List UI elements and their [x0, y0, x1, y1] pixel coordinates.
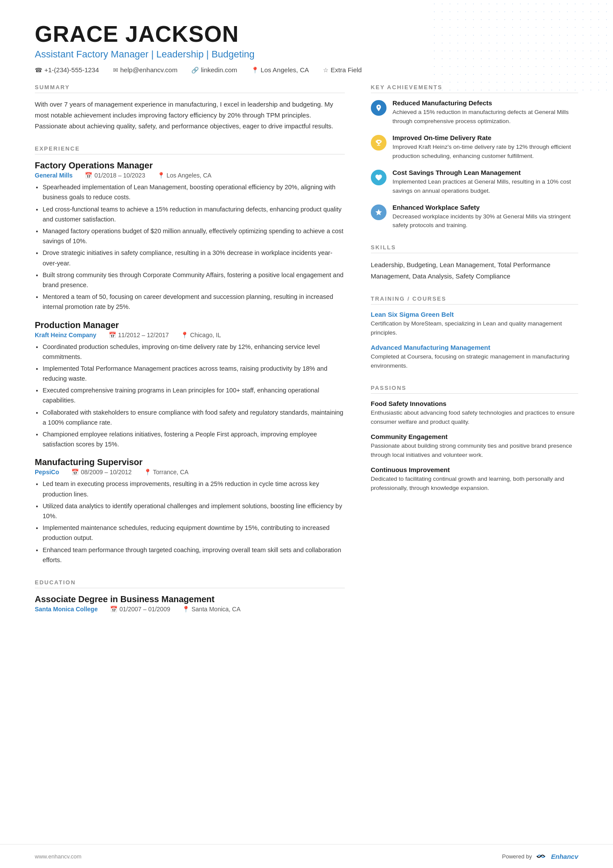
passion-3-desc: Dedicated to facilitating continual grow…	[371, 475, 578, 493]
training-2-desc: Completed at Coursera, focusing on strat…	[371, 352, 578, 371]
training-2-title: Advanced Manufacturing Management	[371, 344, 578, 351]
passion-3-title: Continuous Improvement	[371, 466, 578, 473]
job-2-dates: 📅 11/2012 – 12/2017	[109, 332, 169, 338]
training-1-desc: Certification by MoreSteam, specializing…	[371, 319, 578, 338]
job-3-bullets: Led team in executing process improvemen…	[43, 479, 345, 565]
achievement-4-desc: Decreased workplace incidents by 30% at …	[393, 212, 578, 231]
training-section: TRAINING / COURSES Lean Six Sigma Green …	[371, 295, 578, 371]
footer: www.enhancv.com Powered by Enhancv	[0, 844, 613, 868]
job-1-dates: 📅 01/2018 – 10/2023	[85, 172, 145, 179]
candidate-title: Assistant Factory Manager | Leadership |…	[35, 49, 578, 60]
achievement-icon-3	[371, 170, 386, 185]
list-item: Executed comprehensive training programs…	[43, 385, 345, 406]
candidate-name: GRACE JACKSON	[35, 21, 578, 47]
passion-2-title: Community Engagement	[371, 433, 578, 440]
calendar-icon-1: 📅	[85, 172, 92, 179]
achievement-4-content: Enhanced Workplace Safety Decreased work…	[393, 204, 578, 231]
contact-email: ✉ help@enhancv.com	[113, 66, 178, 74]
achievement-icon-4	[371, 204, 386, 220]
experience-section: EXPERIENCE Factory Operations Manager Ge…	[35, 145, 345, 565]
skills-section: SKILLS Leadership, Budgeting, Lean Manag…	[371, 244, 578, 282]
location-icon: 📍	[251, 67, 259, 74]
list-item: Spearheaded implementation of Lean Manag…	[43, 182, 345, 202]
passions-section-title: PASSIONS	[371, 385, 578, 394]
edu-dates: 📅 01/2007 – 01/2009	[110, 606, 170, 613]
experience-section-title: EXPERIENCE	[35, 145, 345, 154]
calendar-icon-2: 📅	[109, 332, 116, 338]
edu-school: Santa Monica College	[35, 606, 98, 613]
contact-phone: ☎ +1-(234)-555-1234	[35, 66, 99, 74]
summary-section-title: SUMMARY	[35, 84, 345, 93]
list-item: Drove strategic initiatives in safety co…	[43, 248, 345, 268]
training-1: Lean Six Sigma Green Belt Certification …	[371, 311, 578, 338]
list-item: Led team in executing process improvemen…	[43, 479, 345, 499]
powered-by-text: Powered by	[502, 853, 532, 860]
job-3-dates: 📅 08/2009 – 10/2012	[71, 469, 132, 476]
training-1-title: Lean Six Sigma Green Belt	[371, 311, 578, 318]
job-1-location: 📍 Los Angeles, CA	[157, 172, 212, 179]
achievement-4-title: Enhanced Workplace Safety	[393, 204, 578, 211]
edu-location: 📍 Santa Monica, CA	[182, 606, 240, 613]
achievement-3-title: Cost Savings Through Lean Management	[393, 169, 578, 176]
contact-extra: ☆ Extra Field	[323, 66, 362, 74]
email-icon: ✉	[113, 67, 118, 74]
education-section: EDUCATION Associate Degree in Business M…	[35, 579, 345, 613]
link-icon: 🔗	[191, 67, 199, 74]
job-3-meta: PepsiCo 📅 08/2009 – 10/2012 📍 Torrance, …	[35, 469, 345, 476]
passion-1: Food Safety Innovations Enthusiastic abo…	[371, 400, 578, 427]
achievement-4: Enhanced Workplace Safety Decreased work…	[371, 204, 578, 231]
pin-icon-2: 📍	[181, 332, 188, 338]
job-2-title: Production Manager	[35, 320, 345, 330]
list-item: Managed factory operations budget of $20…	[43, 226, 345, 246]
list-item: Implemented Total Performance Management…	[43, 364, 345, 384]
achievement-3-content: Cost Savings Through Lean Management Imp…	[393, 169, 578, 196]
calendar-icon-3: 📅	[71, 469, 79, 476]
edu-item-1: Associate Degree in Business Management …	[35, 594, 345, 613]
star-contact-icon: ☆	[323, 67, 329, 74]
job-2: Production Manager Kraft Heinz Company 📅…	[35, 320, 345, 450]
achievement-1-desc: Achieved a 15% reduction in manufacturin…	[393, 108, 578, 126]
achievement-1: Reduced Manufacturing Defects Achieved a…	[371, 99, 578, 126]
enhancv-brand-name: Enhancv	[551, 853, 578, 860]
achievements-section-title: KEY ACHIEVEMENTS	[371, 84, 578, 93]
passion-2-desc: Passionate about building strong communi…	[371, 442, 578, 460]
job-1-company: General Mills	[35, 172, 73, 179]
job-2-location: 📍 Chicago, IL	[181, 332, 221, 338]
summary-text: With over 7 years of management experien…	[35, 99, 345, 131]
skills-section-title: SKILLS	[371, 244, 578, 253]
job-3-company: PepsiCo	[35, 469, 59, 476]
skills-text: Leadership, Budgeting, Lean Management, …	[371, 259, 578, 282]
edu-degree: Associate Degree in Business Management	[35, 594, 345, 604]
pin-icon-1: 📍	[157, 172, 165, 179]
job-3: Manufacturing Supervisor PepsiCo 📅 08/20…	[35, 457, 345, 565]
training-section-title: TRAINING / COURSES	[371, 295, 578, 305]
header: GRACE JACKSON Assistant Factory Manager …	[0, 0, 613, 84]
achievement-1-title: Reduced Manufacturing Defects	[393, 99, 578, 107]
achievement-1-content: Reduced Manufacturing Defects Achieved a…	[393, 99, 578, 126]
passion-1-desc: Enthusiastic about advancing food safety…	[371, 409, 578, 427]
passion-1-title: Food Safety Innovations	[371, 400, 578, 407]
list-item: Championed employee relations initiative…	[43, 429, 345, 449]
achievements-section: KEY ACHIEVEMENTS Reduced Manufacturing D…	[371, 84, 578, 230]
list-item: Enhanced team performance through target…	[43, 545, 345, 565]
passion-2: Community Engagement Passionate about bu…	[371, 433, 578, 460]
summary-section: SUMMARY With over 7 years of management …	[35, 84, 345, 131]
contact-linkedin: 🔗 linkedin.com	[191, 66, 237, 74]
job-2-meta: Kraft Heinz Company 📅 11/2012 – 12/2017 …	[35, 332, 345, 338]
main-content: SUMMARY With over 7 years of management …	[0, 84, 613, 844]
right-column: KEY ACHIEVEMENTS Reduced Manufacturing D…	[371, 84, 578, 818]
passions-section: PASSIONS Food Safety Innovations Enthusi…	[371, 385, 578, 493]
list-item: Led cross-functional teams to achieve a …	[43, 204, 345, 225]
achievement-3: Cost Savings Through Lean Management Imp…	[371, 169, 578, 196]
footer-brand: Powered by Enhancv	[502, 852, 578, 860]
achievement-icon-2	[371, 135, 386, 151]
achievement-2-title: Improved On-time Delivery Rate	[393, 134, 578, 141]
achievement-2-content: Improved On-time Delivery Rate Improved …	[393, 134, 578, 161]
job-2-bullets: Coordinated production schedules, improv…	[43, 342, 345, 450]
resume-page: GRACE JACKSON Assistant Factory Manager …	[0, 0, 613, 868]
pin-icon-edu: 📍	[182, 606, 190, 613]
footer-website: www.enhancv.com	[35, 853, 81, 860]
achievement-icon-1	[371, 100, 386, 116]
list-item: Built strong community ties through Corp…	[43, 270, 345, 290]
left-column: SUMMARY With over 7 years of management …	[35, 84, 345, 818]
